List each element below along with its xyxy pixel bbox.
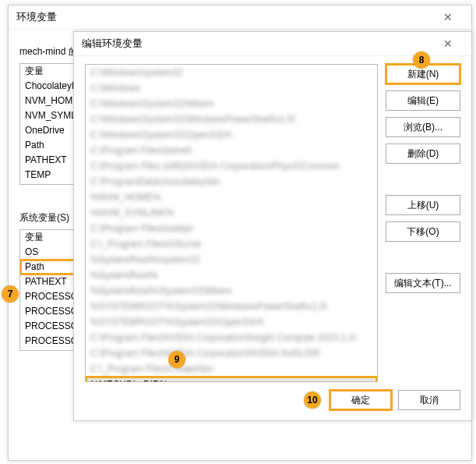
path-entry[interactable]: %SystemRoot%\system32 [86, 252, 377, 267]
path-entry[interactable]: %SYSTEMROOT%\System32\WindowsPowerShell\… [86, 299, 377, 314]
close-icon[interactable]: ✕ [432, 37, 464, 50]
path-entry[interactable]: %SYSTEMROOT%\System32\OpenSSH\ [86, 314, 377, 330]
close-icon[interactable]: ✕ [432, 11, 464, 23]
path-entry[interactable]: %SystemRoot% [86, 267, 377, 283]
path-entry-selected[interactable]: %MECHDL_DIR% [86, 377, 377, 382]
path-entry[interactable]: C:\Program Files (x86)\NVIDIA Corporatio… [86, 158, 377, 174]
edit-env-var-dialog: 编辑环境变量 ✕ C:\Windows\system32C:\WindowsC:… [73, 31, 472, 421]
browse-button[interactable]: 浏览(B)... [386, 117, 460, 137]
path-entry[interactable]: C:\Windows\System32\Wbem [86, 96, 377, 112]
cancel-button[interactable]: 取消 [398, 390, 460, 410]
callout-9: 9 [168, 351, 185, 368]
path-entry[interactable]: C:\_Program Files\Git\cmd [86, 236, 377, 252]
callout-8: 8 [413, 51, 430, 69]
move-up-button[interactable]: 上移(U) [386, 195, 460, 215]
path-entry[interactable]: %SystemRoot%\System32\Wbem [86, 283, 377, 299]
path-entry[interactable]: C:\Windows [86, 80, 377, 96]
path-entry[interactable]: C:\Windows\System32\WindowsPowerShell\v1… [86, 112, 377, 127]
callout-7: 7 [2, 285, 19, 303]
env-vars-title: 环境变量 [16, 10, 57, 24]
edit-text-button[interactable]: 编辑文本(T)... [386, 273, 460, 293]
path-entry[interactable]: C:\Program Files\NVIDIA Corporation\NVID… [86, 345, 377, 361]
path-entry[interactable]: C:\Windows\system32 [86, 65, 377, 80]
edit-env-var-body: C:\Windows\system32C:\WindowsC:\Windows\… [74, 56, 471, 421]
callout-10: 10 [304, 391, 321, 409]
edit-env-var-titlebar: 编辑环境变量 ✕ [74, 32, 471, 56]
path-entry[interactable]: C:\Program Files\dotnet\ [86, 143, 377, 158]
path-entry[interactable]: %NVM_SYMLINK% [86, 205, 377, 221]
ok-button[interactable]: 确定 [330, 390, 392, 410]
inner-main: C:\Windows\system32C:\WindowsC:\Windows\… [85, 64, 460, 382]
edit-env-var-title: 编辑环境变量 [82, 37, 143, 51]
inner-button-row: 确定 取消 [85, 390, 460, 410]
path-entry[interactable]: %NVM_HOME% [86, 189, 377, 205]
delete-button[interactable]: 删除(D) [386, 143, 460, 164]
edit-button[interactable]: 编辑(E) [386, 90, 460, 111]
path-entry[interactable]: C:\Windows\System32\OpenSSH\ [86, 127, 377, 143]
move-down-button[interactable]: 下移(O) [386, 221, 460, 242]
path-entries-list[interactable]: C:\Windows\system32C:\WindowsC:\Windows\… [85, 64, 378, 382]
path-entry[interactable]: C:\Program Files\NVIDIA Corporation\Nsig… [86, 330, 377, 345]
path-entry[interactable]: C:\_Program Files\CMake\bin [86, 361, 377, 377]
path-entry[interactable]: C:\ProgramData\chocolatey\bin [86, 174, 377, 189]
side-buttons: 新建(N) 编辑(E) 浏览(B)... 删除(D) 上移(U) 下移(O) 编… [386, 64, 460, 382]
path-entry[interactable]: C:\Program Files\nodejs\ [86, 221, 377, 236]
env-vars-titlebar: 环境变量 ✕ [9, 5, 471, 30]
